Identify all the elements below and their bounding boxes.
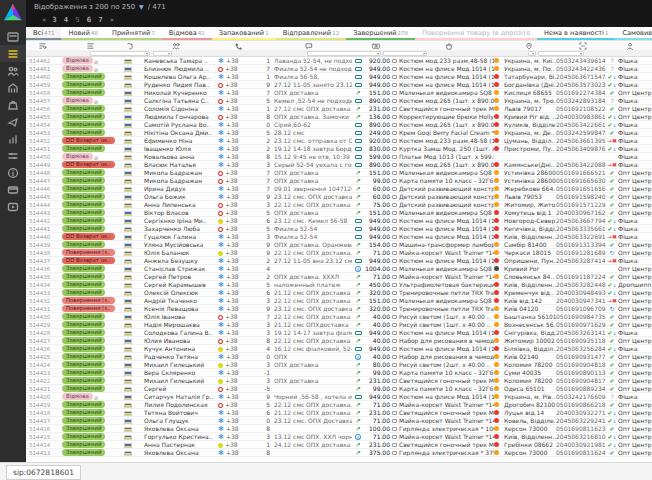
order-total: 136.00 xyxy=(364,113,390,120)
top-bar: Відображення з 200 по 250 ▼ / 471 «34567… xyxy=(26,0,652,27)
tab-повернення-товару-в-дорозі-[interactable]: Повернення товару (в дорозі)0 xyxy=(415,27,537,40)
calls-count: 1 xyxy=(254,441,274,448)
supplier-name: Фішка xyxy=(618,161,652,168)
status-badge: Завершений xyxy=(62,265,105,272)
tab-новий[interactable]: Новий48 xyxy=(61,27,104,40)
page-button-3[interactable]: 3 xyxy=(52,16,56,24)
transfer-icon: ↗ xyxy=(355,241,360,248)
tab-завершений[interactable]: Завершений278 xyxy=(346,27,415,40)
ukraine-flag-icon xyxy=(124,227,132,232)
page-button-6[interactable]: 6 xyxy=(87,16,91,24)
page-button-4[interactable]: 4 xyxy=(64,16,68,24)
carrier-filter[interactable]: ▾ xyxy=(528,51,536,56)
product-icon-cell xyxy=(390,201,399,208)
column-header-clients[interactable] xyxy=(140,41,212,50)
tab-відправлений[interactable]: Відправлений12 xyxy=(276,27,347,40)
tab-всі[interactable]: Всі471 xyxy=(26,27,61,40)
carrier-cell xyxy=(494,129,504,136)
supplier-name: Опт Центр xyxy=(618,449,652,456)
ukraine-flag-icon xyxy=(124,307,132,312)
column-header-phone[interactable] xyxy=(212,41,266,50)
address-filter[interactable]: ▾ xyxy=(538,51,584,56)
delivery-status-cell: ? xyxy=(606,57,618,64)
received-arrow-icon: ↓ xyxy=(612,146,616,152)
status-filter[interactable]: ▾ xyxy=(90,51,150,56)
status-badge: Завершений xyxy=(62,409,105,416)
lifecell-icon xyxy=(218,251,223,256)
ukraine-flag-icon xyxy=(124,91,132,96)
cash-icon xyxy=(355,123,362,127)
status-badge: Завершений xyxy=(62,185,105,192)
sidebar-item-stats-icon[interactable] xyxy=(0,130,26,147)
column-header-money[interactable] xyxy=(353,41,398,50)
product-name: Рисуй светом (2шт. х 40.00 .. xyxy=(399,361,494,368)
order-total: 450.00 xyxy=(364,281,390,288)
received-arrow-icon: ↓ xyxy=(612,330,616,336)
delivered-check-icon: ✔ xyxy=(609,449,614,456)
client-name: Салєгіна Татьяна С.. xyxy=(144,97,218,104)
column-header-geo[interactable] xyxy=(499,41,559,50)
sidebar-item-payments-icon[interactable] xyxy=(0,181,26,198)
column-header-ttn[interactable] xyxy=(559,41,607,50)
delivered-check-icon: ✔ xyxy=(609,241,614,248)
column-header-manager[interactable] xyxy=(607,41,652,50)
range-dropdown-icon[interactable]: ▼ xyxy=(139,3,144,10)
client-name: Ковальова анна xyxy=(144,153,218,160)
carrier-cell xyxy=(494,321,504,328)
transfer-icon: ↗ xyxy=(355,305,360,312)
transfer-icon: ↗ xyxy=(355,193,360,200)
product-name: Майка-корсет Waist Trainer *142.. xyxy=(399,417,494,424)
sidebar-item-products-icon[interactable] xyxy=(0,96,26,113)
ukraine-flag-icon xyxy=(124,291,132,296)
sidebar-item-contacts-icon[interactable] xyxy=(0,62,26,79)
first-page-button[interactable]: « xyxy=(42,16,45,24)
column-header-basket[interactable] xyxy=(398,41,499,50)
column-header-call[interactable] xyxy=(121,41,140,50)
status-badge: Завершений xyxy=(62,129,105,136)
in-transit-refresh-icon: ↻ xyxy=(609,305,614,312)
order-comment: ОПХ доставка xyxy=(274,209,352,216)
tab-запакований[interactable]: Запакований1 xyxy=(212,27,276,40)
delivery-status-cell: ✔ xyxy=(606,129,618,136)
client-phone: ✻+38 xyxy=(218,233,254,240)
tab-самовивіз[interactable]: Самовивіз2 xyxy=(615,27,652,40)
tab-відмова[interactable]: Відмова42 xyxy=(162,27,212,40)
status-badge: Завершений xyxy=(62,401,105,408)
sip-status[interactable]: sip:0672818601 xyxy=(6,465,81,480)
table-header xyxy=(26,41,652,50)
order-id: 514443 xyxy=(26,210,62,216)
price-filter[interactable]: ▾ xyxy=(383,51,427,56)
ukraine-flag-icon xyxy=(124,323,132,328)
cash-icon xyxy=(355,131,362,135)
tab-нема-в-наявності[interactable]: Нема в наявності1 xyxy=(537,27,615,40)
order-row-514413[interactable]: 514413ЗавершенийЯковлева Оксана✻+388↗375… xyxy=(26,449,652,457)
ukrposhta-icon xyxy=(494,354,499,359)
delivery-address: Херсон 73000 xyxy=(504,449,556,456)
order-comment: 19.12 14-17 завтра фіалковий,.. xyxy=(274,329,352,336)
page-button-7[interactable]: 7 xyxy=(98,16,102,24)
flag-filter[interactable]: ▾ xyxy=(153,51,172,56)
supplier-name: Опт Центр xyxy=(618,305,652,312)
sidebar-item-company-icon[interactable] xyxy=(0,79,26,96)
sidebar-item-info-icon[interactable] xyxy=(0,164,26,181)
sidebar-item-dashboard-icon[interactable] xyxy=(0,28,26,45)
client-phone: ✻+38 xyxy=(218,105,254,112)
tab-прийнятий[interactable]: Прийнятий7 xyxy=(105,27,162,40)
page-button-5[interactable]: 5 xyxy=(75,16,79,24)
sidebar-item-campaigns-icon[interactable] xyxy=(0,113,26,130)
last-page-button[interactable]: » xyxy=(110,16,113,24)
column-header-comment[interactable] xyxy=(266,41,353,50)
payment-type-cell: ↗ xyxy=(352,417,364,424)
order-status: DD Возврат ок.. xyxy=(62,257,124,265)
delivered-check-icon: ✔ xyxy=(609,129,614,136)
payment-type-cell: ↗ xyxy=(352,385,364,392)
client-name: Ирина Дидух xyxy=(144,185,218,192)
sidebar-item-video-icon[interactable] xyxy=(0,198,26,215)
column-header-status-sort[interactable] xyxy=(61,41,121,50)
product-name: Детский развивающий констру.. xyxy=(399,185,494,192)
sidebar-item-settings-icon[interactable] xyxy=(0,147,26,164)
comment-filter[interactable]: ▾ xyxy=(307,51,381,56)
sidebar-item-orders-icon[interactable] xyxy=(0,45,26,62)
country-flag-cell xyxy=(124,321,144,328)
column-header-id-sort[interactable] xyxy=(26,41,61,50)
